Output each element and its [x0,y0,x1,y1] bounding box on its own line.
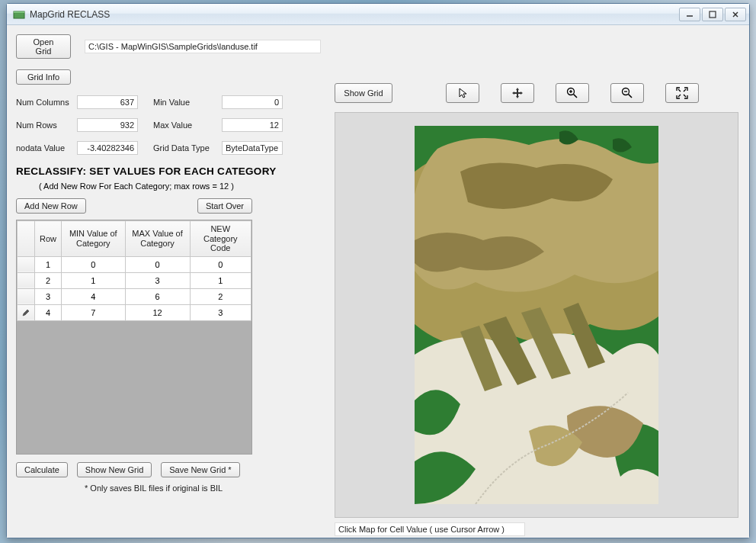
zoom-out-icon [621,87,633,99]
svg-rect-5 [710,11,716,18]
min-value-field[interactable]: 0 [222,95,283,109]
grid-path-input[interactable]: C:\GIS - MapWinGIS\SampleGrids\landuse.t… [85,40,321,53]
app-icon [13,8,25,21]
titlebar[interactable]: MapGrid RECLASS [7,4,749,25]
nodata-value[interactable]: -3.40282346 [77,141,138,155]
map-image [415,126,658,504]
max-value-label: Max Value [153,120,222,130]
close-button[interactable] [725,8,746,21]
datatype-value[interactable]: ByteDataType [222,141,283,155]
table-row[interactable]: 3 4 6 2 [18,288,251,304]
table-row[interactable]: 1 0 0 0 [18,256,251,272]
table-corner [18,221,35,257]
num-rows-value[interactable]: 932 [77,118,138,132]
zoom-out-button[interactable] [610,83,644,103]
row-selector-edit[interactable] [18,304,35,320]
row-selector[interactable] [18,256,35,272]
pan-icon [511,87,524,99]
datatype-label: Grid Data Type [153,143,222,153]
zoom-in-icon [566,87,578,99]
svg-line-9 [574,95,578,98]
num-rows-label: Num Rows [16,120,77,130]
col-new[interactable]: NEW Category Code [190,221,251,257]
reclassify-subheading: ( Add New Row For Each Category; max row… [39,182,321,191]
zoom-extent-button[interactable] [665,83,699,103]
row-selector[interactable] [18,288,35,304]
client-area: Open Grid C:\GIS - MapWinGIS\SampleGrids… [7,25,749,538]
row-selector[interactable] [18,272,35,288]
show-new-grid-button[interactable]: Show New Grid [77,462,152,477]
show-grid-button[interactable]: Show Grid [335,83,392,103]
save-note: * Only saves BIL files if original is BI… [85,484,321,493]
col-row[interactable]: Row [35,221,62,257]
num-columns-label: Num Columns [16,98,77,107]
col-min[interactable]: MIN Value of Category [62,221,126,257]
num-columns-value[interactable]: 637 [77,95,138,109]
zoom-in-button[interactable] [556,83,589,103]
reclass-table[interactable]: Row MIN Value of Category MAX Value of C… [17,220,251,321]
table-row[interactable]: 2 1 3 1 [18,272,251,288]
col-max[interactable]: MAX Value of Category [125,221,190,257]
calculate-button[interactable]: Calculate [16,462,68,477]
add-new-row-button[interactable]: Add New Row [16,198,86,214]
window-title: MapGrid RECLASS [30,9,679,20]
fullscreen-icon [676,87,688,99]
open-grid-button[interactable]: Open Grid [16,34,71,59]
minimize-button[interactable] [679,8,700,21]
map-canvas[interactable] [335,112,738,518]
cursor-icon [456,87,469,99]
svg-rect-1 [14,11,24,13]
start-over-button[interactable]: Start Over [197,198,252,214]
nodata-label: nodata Value [16,143,77,153]
table-row[interactable]: 4 7 12 3 [18,304,251,320]
reclass-table-container[interactable]: Row MIN Value of Category MAX Value of C… [16,220,252,455]
svg-line-13 [629,95,633,98]
reclassify-heading: RECLASSIFY: SET VALUES FOR EACH CATEGORY [16,165,321,177]
cell-value-readout[interactable]: Click Map for Cell Value ( use Cursor Ar… [335,522,525,536]
maximize-button[interactable] [702,8,723,21]
app-window: MapGrid RECLASS Open Grid C:\GIS - MapWi… [6,3,750,538]
max-value-field[interactable]: 12 [222,118,283,132]
pan-tool-button[interactable] [501,83,534,103]
cursor-tool-button[interactable] [446,83,479,103]
save-new-grid-button[interactable]: Save New Grid * [161,462,239,477]
min-value-label: Min Value [153,98,222,107]
grid-info-button[interactable]: Grid Info [16,69,71,85]
window-controls [679,8,746,21]
